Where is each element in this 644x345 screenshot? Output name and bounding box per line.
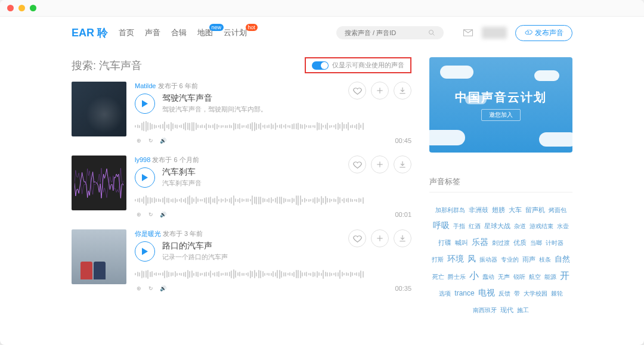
sound-desc: 驾驶汽车声音，驾驶期间汽车内部。 [162,105,267,114]
waveform[interactable] [135,194,411,207]
tag[interactable]: 开 [560,268,569,284]
tag[interactable]: 爵士乐 [448,272,466,282]
tag[interactable]: 专业的 [501,254,519,265]
tag[interactable]: 枝条 [539,254,551,265]
tag[interactable]: 计时器 [546,238,564,248]
tag[interactable]: 星球大战 [484,220,510,232]
minimize-dot[interactable] [18,5,25,11]
author-link[interactable]: ly998 [135,156,150,163]
tag[interactable]: 无声 [498,272,510,282]
tag[interactable]: 手指 [453,221,465,231]
tag[interactable]: 带 [514,288,520,299]
close-dot[interactable] [7,5,14,11]
tag[interactable]: 当啷 [530,238,542,248]
tag[interactable]: 红酒 [469,221,481,231]
add-button[interactable] [371,82,389,100]
tag[interactable]: 打碟 [438,237,451,248]
tag[interactable]: 大学校园 [524,288,547,299]
sound-duration: 00:01 [395,211,411,218]
nav: 首页 声音 合辑 地图new 云计划hot [119,27,247,38]
sound-card: Matilde 发布于 6 年前驾驶汽车声音驾驶汽车声音，驾驶期间汽车内部。⊛↻… [72,82,411,145]
tag[interactable]: 烤面包 [549,205,566,215]
upload-button[interactable]: 发布声音 [515,25,572,41]
tag[interactable]: 航空 [529,272,541,282]
tag[interactable]: 施工 [517,305,529,315]
tag[interactable]: trance [454,287,474,299]
download-button[interactable] [394,156,411,173]
sound-thumbnail[interactable] [72,82,126,136]
tag[interactable]: 游戏结束 [530,221,553,231]
tag[interactable]: 非洲鼓 [469,204,488,216]
tags-title: 声音标签 [429,176,572,192]
tag[interactable]: 加那利群岛 [435,205,465,215]
tag[interactable]: 电视 [478,286,495,300]
sound-desc: 汽车刹车声音 [162,179,202,188]
download-button[interactable] [394,82,411,100]
tag[interactable]: 锐听 [513,272,525,282]
waveform[interactable] [135,120,411,133]
search-input[interactable] [345,29,428,36]
commercial-toggle[interactable] [312,61,329,70]
tag[interactable]: 乐器 [472,235,488,250]
tag[interactable]: 呼吸 [433,219,450,233]
tag[interactable]: 杂道 [514,221,526,231]
author-link[interactable]: 你是暖光 [135,230,161,237]
tag[interactable]: 翅膀 [492,204,505,216]
tag[interactable]: 选项 [439,288,451,299]
play-button[interactable] [135,241,155,262]
sound-title[interactable]: 路口的汽车声 [162,241,228,251]
nav-home[interactable]: 首页 [119,27,134,38]
user-avatar[interactable] [482,27,507,39]
tag[interactable]: 现代 [500,304,513,316]
download-button[interactable] [394,229,411,247]
sound-badges: ⊛↻🔊 [135,284,167,293]
tag[interactable]: 大车 [509,204,522,216]
badge-new: new [209,24,224,31]
tag[interactable]: 小 [469,268,479,284]
tag[interactable]: 打斯 [432,254,444,265]
sound-thumbnail[interactable] [72,156,126,210]
nav-map[interactable]: 地图new [197,27,213,38]
promo-banner[interactable]: 中国声音云计划 邀您加入 [429,57,572,153]
play-button[interactable] [135,94,155,114]
author-link[interactable]: Matilde [135,82,156,89]
sound-meta: ly998 发布于 6 个月前 [135,156,202,164]
tag[interactable]: 水壶 [557,221,569,231]
nav-cloud[interactable]: 云计划hot [224,27,247,38]
tag[interactable]: 留声机 [525,204,545,216]
favorite-button[interactable] [348,82,366,100]
tag[interactable]: 环境 [447,252,464,266]
add-button[interactable] [371,229,389,247]
tag[interactable]: 优质 [513,237,527,248]
tag[interactable]: 棘轮 [551,288,563,299]
add-button[interactable] [371,156,389,173]
nav-sounds[interactable]: 声音 [145,27,160,38]
tag[interactable]: 蠢动 [482,272,494,282]
search-box[interactable] [336,26,444,39]
mail-icon[interactable] [463,29,473,37]
favorite-button[interactable] [348,229,366,247]
play-button[interactable] [135,167,155,188]
tag[interactable]: 喊叫 [455,237,468,248]
nav-albums[interactable]: 合辑 [171,27,187,38]
tag[interactable]: 南西班牙 [473,305,497,315]
tag[interactable]: 死亡 [432,272,444,282]
tag[interactable]: 反馈 [499,288,510,299]
search-title: 搜索: 汽车声音 [72,58,142,73]
tag[interactable]: 雨声 [522,254,535,265]
sound-title[interactable]: 汽车刹车 [162,167,202,178]
sound-title[interactable]: 驾驶汽车声音 [162,93,267,104]
tag[interactable]: 刺过渡 [492,238,510,248]
promo-subtitle: 邀您加入 [481,109,521,121]
sound-card: 你是暖光 发布于 3 年前路口的汽车声记录一个路口的汽车声⊛↻🔊00:35 [72,229,411,293]
sound-thumbnail[interactable] [72,229,126,284]
tag[interactable]: 能源 [544,272,556,282]
logo[interactable]: EAR 聆 [72,26,108,40]
window-titlebar [0,0,644,17]
waveform[interactable] [135,268,411,281]
favorite-button[interactable] [348,156,366,173]
tag[interactable]: 风 [467,252,476,266]
maximize-dot[interactable] [30,5,36,11]
tag[interactable]: 振动器 [479,254,497,265]
tag[interactable]: 自然 [555,253,570,266]
